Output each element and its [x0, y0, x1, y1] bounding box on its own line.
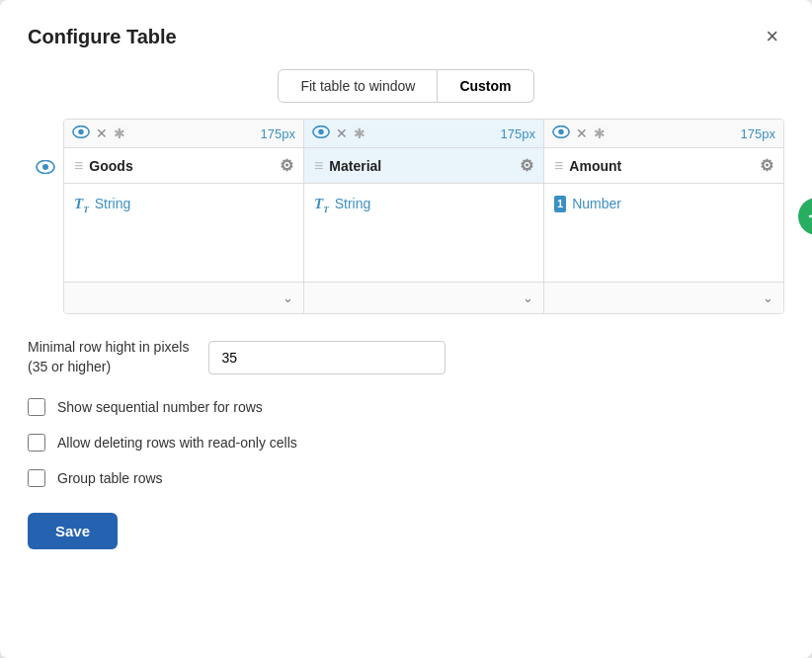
col-footer-material[interactable]: ⌄: [304, 283, 544, 313]
drag-handle-goods[interactable]: ≡: [74, 157, 83, 175]
drag-handle-amount[interactable]: ≡: [554, 157, 563, 175]
save-button[interactable]: Save: [28, 513, 118, 549]
table-area: ✕ ✱ 175px ✕ ✱ 175px: [63, 119, 784, 314]
row-height-label: Minimal row hight in pixels (35 or highe…: [28, 338, 189, 376]
col-content-row: TT String TT String 1 Number: [64, 184, 783, 283]
remove-icon-amount[interactable]: ✕: [576, 125, 588, 141]
toggle-group: Fit table to window Custom: [28, 69, 784, 103]
col-footer-goods[interactable]: ⌄: [64, 283, 304, 313]
col-name-goods: Goods: [89, 158, 132, 174]
width-amount: 175px: [741, 126, 775, 141]
chevron-down-material: ⌄: [523, 290, 533, 305]
custom-button[interactable]: Custom: [438, 69, 533, 103]
col-header-amount: ≡ Amount ⚙: [544, 148, 783, 183]
table-config-area: ✕ ✱ 175px ✕ ✱ 175px: [28, 119, 784, 314]
col-footer-row: ⌄ ⌄ ⌄: [64, 283, 783, 313]
checkbox-seq[interactable]: [28, 398, 45, 416]
col-controls-material: ✕ ✱ 175px: [304, 120, 544, 147]
checkbox-row-seq: Show sequential number for rows: [28, 398, 784, 416]
gear-icon-material[interactable]: ⚙: [520, 156, 533, 175]
type-icon-amount: 1: [554, 196, 566, 212]
asterisk-icon-amount: ✱: [594, 125, 606, 141]
asterisk-icon-material: ✱: [354, 125, 365, 141]
eye-icon-goods[interactable]: [72, 125, 90, 141]
checkbox-row-del: Allow deleting rows with read-only cells: [28, 434, 784, 452]
asterisk-icon-goods: ✱: [114, 125, 125, 141]
eye-icon-material[interactable]: [312, 125, 330, 141]
col-footer-amount[interactable]: ⌄: [544, 283, 783, 313]
width-goods: 175px: [261, 126, 295, 141]
eye-icon-amount[interactable]: [552, 125, 570, 141]
close-button[interactable]: ×: [760, 24, 784, 49]
checkbox-grp[interactable]: [28, 469, 45, 487]
type-label-amount: Number: [572, 196, 621, 211]
checkbox-row-grp: Group table rows: [28, 469, 784, 487]
checkbox-grp-label: Group table rows: [57, 470, 163, 486]
svg-point-5: [318, 129, 323, 134]
checkbox-del[interactable]: [28, 434, 45, 452]
row-height-input[interactable]: [208, 341, 446, 374]
col-controls-row: ✕ ✱ 175px ✕ ✱ 175px: [64, 120, 783, 148]
gear-icon-goods[interactable]: ⚙: [280, 156, 293, 175]
svg-point-3: [78, 129, 83, 134]
fit-to-window-button[interactable]: Fit table to window: [278, 69, 438, 103]
type-icon-material: TT: [314, 196, 329, 214]
drag-handle-material[interactable]: ≡: [314, 157, 323, 175]
type-label-goods: String: [95, 196, 131, 211]
svg-point-7: [558, 129, 563, 134]
checkbox-seq-label: Show sequential number for rows: [57, 399, 263, 415]
col-name-amount: Amount: [569, 158, 621, 174]
row-eye-icon[interactable]: [36, 158, 55, 179]
col-content-goods: TT String: [64, 184, 304, 282]
col-controls-amount: ✕ ✱ 175px: [544, 120, 783, 147]
col-content-material: TT String: [304, 184, 544, 282]
add-column-button[interactable]: [798, 198, 812, 235]
remove-icon-goods[interactable]: ✕: [96, 125, 108, 141]
col-controls-goods: ✕ ✱ 175px: [64, 120, 304, 147]
row-height-setting: Minimal row hight in pixels (35 or highe…: [28, 338, 784, 376]
type-label-material: String: [335, 196, 371, 211]
svg-point-1: [42, 164, 48, 170]
col-header-row: ≡ Goods ⚙ ≡ Material ⚙ ≡ Amount ⚙: [64, 148, 783, 184]
modal-title: Configure Table: [28, 26, 177, 48]
modal-header: Configure Table ×: [28, 24, 784, 49]
row-header-col: [28, 119, 63, 314]
width-material: 175px: [501, 126, 535, 141]
col-content-amount: 1 Number: [544, 184, 783, 282]
settings-section: Minimal row hight in pixels (35 or highe…: [28, 338, 784, 559]
gear-icon-amount[interactable]: ⚙: [760, 156, 773, 175]
remove-icon-material[interactable]: ✕: [336, 125, 348, 141]
type-icon-goods: TT: [74, 196, 89, 214]
configure-table-modal: Configure Table × Fit table to window Cu…: [0, 0, 812, 658]
chevron-down-goods: ⌄: [283, 290, 293, 305]
col-header-goods: ≡ Goods ⚙: [64, 148, 304, 183]
chevron-down-amount: ⌄: [763, 290, 773, 305]
col-header-material: ≡ Material ⚙: [304, 148, 544, 183]
checkbox-del-label: Allow deleting rows with read-only cells: [57, 435, 297, 451]
col-name-material: Material: [329, 158, 381, 174]
